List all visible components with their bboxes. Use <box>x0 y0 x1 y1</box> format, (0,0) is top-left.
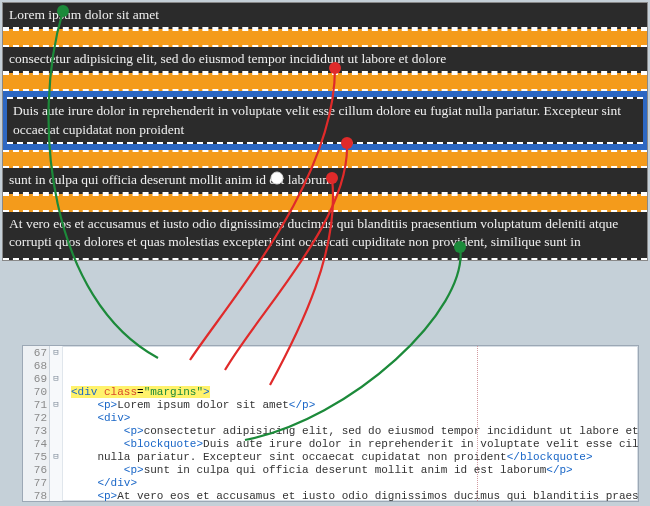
code-line[interactable]: <p>sunt in culpa qui officia deserunt mo… <box>71 464 639 477</box>
fold-toggle-icon[interactable]: ⊟ <box>50 373 62 386</box>
code-line[interactable]: nulla pariatur. Excepteur sint occaecat … <box>71 451 639 464</box>
right-margin-guide <box>477 346 478 501</box>
code-line[interactable]: <div> <box>71 412 639 425</box>
preview-blockquote: Duis aute irure dolor in reprehenderit i… <box>7 97 643 143</box>
line-number: 73 <box>25 425 47 438</box>
line-number: 74 <box>25 438 47 451</box>
margin-stripe <box>3 194 647 212</box>
fold-spacer <box>50 425 62 438</box>
line-number: 69 <box>25 373 47 386</box>
fold-column[interactable]: ⊟⊟⊟⊟ <box>50 346 63 501</box>
fold-toggle-icon[interactable]: ⊟ <box>50 347 62 360</box>
line-number: 77 <box>25 477 47 490</box>
fold-spacer <box>50 438 62 451</box>
code-editor[interactable]: 676869707172737475767778 ⊟⊟⊟⊟ <div class… <box>22 345 639 502</box>
preview-p3: sunt in culpa qui officia deserunt molli… <box>3 168 647 194</box>
line-number: 71 <box>25 399 47 412</box>
line-number: 75 <box>25 451 47 464</box>
line-number: 67 <box>25 347 47 360</box>
fold-spacer <box>50 386 62 399</box>
code-line[interactable]: <p>Lorem ipsum dolor sit amet</p> <box>71 399 639 412</box>
code-line[interactable]: <p>consectetur adipisicing elit, sed do … <box>71 425 639 438</box>
nested-div-band: Duis aute irure dolor in reprehenderit i… <box>3 91 647 149</box>
fold-toggle-icon[interactable]: ⊟ <box>50 399 62 412</box>
code-line[interactable]: <blockquote>Duis aute irure dolor in rep… <box>71 438 639 451</box>
line-number: 76 <box>25 464 47 477</box>
fold-spacer <box>50 490 62 502</box>
fold-spacer <box>50 477 62 490</box>
fold-spacer <box>50 464 62 477</box>
line-number: 68 <box>25 360 47 373</box>
fold-spacer <box>50 412 62 425</box>
line-number: 72 <box>25 412 47 425</box>
preview-p4: At vero eos et accusamus et iusto odio d… <box>3 212 647 259</box>
code-area[interactable]: <div class="margins"> <p>Lorem ipsum dol… <box>63 346 639 501</box>
margin-stripe <box>3 73 647 91</box>
code-line[interactable]: <div class="margins"> <box>71 386 639 399</box>
code-line[interactable]: <p>At vero eos et accusamus et iusto odi… <box>71 490 639 502</box>
margin-stripe <box>3 29 647 47</box>
fold-toggle-icon[interactable]: ⊟ <box>50 451 62 464</box>
fold-spacer <box>50 360 62 373</box>
line-number-gutter: 676869707172737475767778 <box>23 346 50 501</box>
line-number: 70 <box>25 386 47 399</box>
preview-p1: Lorem ipsum dolor sit amet <box>3 3 647 29</box>
rendered-preview: Lorem ipsum dolor sit amet consectetur a… <box>2 2 648 261</box>
preview-p2: consectetur adipisicing elit, sed do eiu… <box>3 47 647 73</box>
line-number: 78 <box>25 490 47 502</box>
code-line[interactable]: </div> <box>71 477 639 490</box>
margin-stripe <box>3 150 647 168</box>
